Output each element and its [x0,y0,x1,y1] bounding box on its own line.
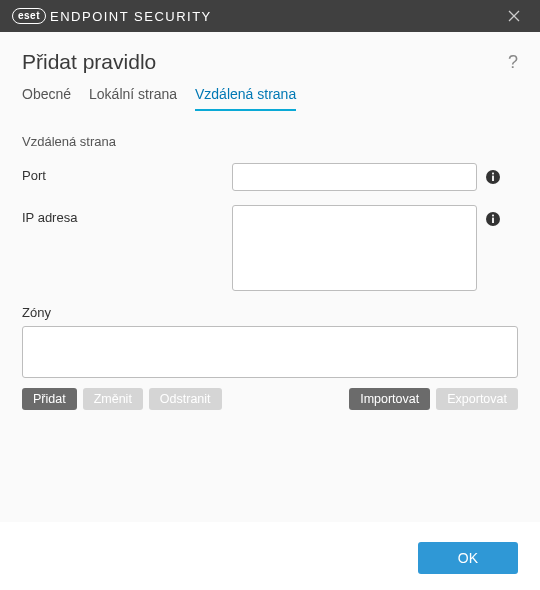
eset-logo: eset [12,8,46,24]
port-input[interactable] [232,163,477,191]
add-button[interactable]: Přidat [22,388,77,410]
export-button: Exportovat [436,388,518,410]
svg-rect-3 [492,176,494,181]
remove-button: Odstranit [149,388,222,410]
help-button[interactable]: ? [508,52,518,73]
tabs: Obecné Lokální strana Vzdálená strana [22,86,518,112]
svg-rect-6 [492,218,494,223]
label-zones: Zóny [22,305,518,320]
zone-buttons: Přidat Změnit Odstranit Importovat Expor… [22,388,518,410]
zones-listbox[interactable] [22,326,518,378]
row-port: Port [22,163,518,191]
info-icon [485,211,501,227]
row-ip: IP adresa [22,205,518,291]
titlebar-product: ENDPOINT SECURITY [50,9,212,24]
ip-input[interactable] [232,205,477,291]
info-button-port[interactable] [485,169,501,185]
section-heading: Vzdálená strana [22,134,518,149]
ok-button[interactable]: OK [418,542,518,574]
info-button-ip[interactable] [485,211,501,227]
help-icon: ? [508,52,518,72]
titlebar-brand: eset ENDPOINT SECURITY [12,8,212,24]
titlebar: eset ENDPOINT SECURITY [0,0,540,32]
header-row: Přidat pravidlo ? [22,50,518,74]
tab-local[interactable]: Lokální strana [89,86,177,111]
footer: OK [0,522,540,590]
close-icon [508,10,520,22]
tab-remote[interactable]: Vzdálená strana [195,86,296,111]
label-ip: IP adresa [22,205,232,225]
import-button[interactable]: Importovat [349,388,430,410]
info-icon [485,169,501,185]
label-port: Port [22,163,232,183]
svg-rect-7 [492,215,494,217]
svg-rect-4 [492,173,494,175]
page-title: Přidat pravidlo [22,50,156,74]
content-panel: Přidat pravidlo ? Obecné Lokální strana … [0,32,540,522]
close-button[interactable] [500,2,528,30]
tab-general[interactable]: Obecné [22,86,71,111]
edit-button: Změnit [83,388,143,410]
